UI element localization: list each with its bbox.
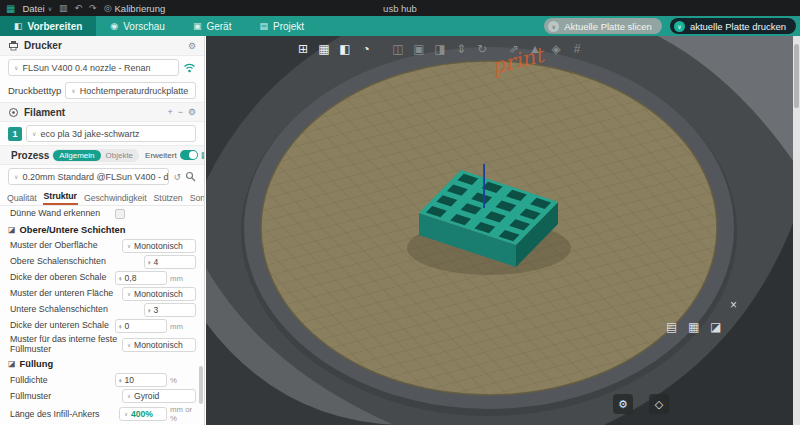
object-list-icon[interactable]: ▤ — [666, 320, 677, 334]
infill-density-input[interactable]: ▴▾ 10 — [115, 373, 167, 387]
chevron-down-icon: ∨ — [127, 342, 131, 348]
internal-solid-infill-pattern-select[interactable]: ∨ Monotonisch — [122, 338, 196, 352]
setting-row: Fülldichte ▴▾ 10 % — [0, 372, 204, 388]
filament-slot-badge[interactable]: 1 — [8, 127, 22, 141]
tab-strength[interactable]: Struktur — [43, 189, 78, 205]
bottom-surface-pattern-select[interactable]: ∨ Monotonisch — [122, 287, 196, 301]
top-shell-layers-spinner[interactable]: ▴▾ 4 — [144, 255, 196, 269]
filament-section-title: Filament — [24, 107, 65, 118]
plate-actions-cluster: × ▤ ▦ ◪ — [650, 294, 760, 354]
view-grid-icon[interactable]: ▦ — [201, 150, 205, 160]
support-icon[interactable]: ▲ — [526, 40, 544, 58]
calibration-icon: ◎ — [104, 3, 112, 13]
chevron-down-icon[interactable]: ∨ — [674, 21, 685, 32]
plate-lock-icon[interactable]: ◇ — [649, 394, 669, 414]
split-object-icon[interactable]: ◔ — [357, 40, 375, 58]
undo-icon[interactable]: ↶ — [75, 3, 83, 13]
printer-icon — [8, 40, 19, 51]
file-menu[interactable]: Datei ∨ — [22, 3, 52, 14]
sidebar-scrollbar[interactable] — [199, 366, 203, 404]
viewport-scrollbar[interactable] — [793, 36, 800, 425]
wifi-icon[interactable] — [183, 62, 196, 73]
section-top-bottom-shells: ◪ Obere/Untere Schichten — [0, 221, 204, 238]
add-filament-icon[interactable]: + — [167, 107, 172, 117]
infill-anchor-length-select[interactable]: ∨ 400% — [119, 407, 167, 421]
redo-icon[interactable]: ↷ — [89, 3, 97, 13]
layers-icon[interactable]: ▣ — [410, 40, 428, 58]
advanced-toggle[interactable] — [180, 150, 198, 160]
setting-row: Muster für das interne feste Füllmuster … — [0, 334, 204, 355]
app-logo-icon[interactable]: ▦ — [6, 3, 15, 14]
remove-filament-icon[interactable]: − — [178, 107, 183, 117]
settings-sidebar: Drucker ⚙ ∨ FLSun V400 0.4 nozzle - Rena… — [0, 36, 205, 425]
chevron-down-icon: ∨ — [14, 173, 18, 180]
chevron-down-icon: ∨ — [48, 5, 52, 12]
chevron-down-icon[interactable]: ∨ — [548, 21, 559, 32]
scale-icon[interactable]: ⇗ — [505, 40, 523, 58]
bottom-shell-layers-spinner[interactable]: ▴▾ 3 — [144, 303, 196, 317]
tab-others[interactable]: Sonstiges — [189, 191, 205, 205]
auto-orient-icon[interactable]: ◧ — [336, 40, 354, 58]
calibration-label: Kalibrierung — [115, 3, 166, 14]
spinner-arrows-icon[interactable]: ▴▾ — [148, 308, 151, 313]
printer-settings-gear-icon[interactable]: ⚙ — [188, 41, 196, 51]
segment-global[interactable]: Allgemein — [53, 150, 100, 161]
save-icon[interactable]: ▥ — [59, 3, 68, 13]
tab-support[interactable]: Stützen — [153, 191, 184, 205]
tab-quality[interactable]: Qualität — [6, 191, 38, 205]
slice-plate-button[interactable]: ∨ Aktuelle Platte slicen — [544, 18, 662, 34]
process-preset-select[interactable]: ∨ 0.20mm Standard @FLSun V400 - domi — [8, 168, 169, 185]
printer-section-title: Drucker — [24, 40, 62, 51]
plates-icon[interactable]: ▦ — [688, 320, 699, 334]
scrollbar-thumb[interactable] — [794, 44, 799, 108]
spinner-arrows-icon[interactable]: ▴▾ — [148, 260, 151, 265]
tab-speed[interactable]: Geschwindigkeit — [83, 191, 148, 205]
clone-icon[interactable]: ◫ — [389, 40, 407, 58]
chevron-down-icon: ∨ — [32, 130, 36, 137]
application-window: ▦ Datei ∨ ▥ ↶ ↷ ◎ Kalibrierung usb hub ◧… — [0, 0, 800, 425]
chevron-down-icon: ∨ — [127, 243, 131, 249]
unit-label: mm or % — [170, 405, 196, 423]
infill-pattern-select[interactable]: ∨ Gyroid — [122, 389, 196, 403]
tab-prepare[interactable]: ◧ Vorbereiten — [0, 16, 96, 36]
measure-icon[interactable]: # — [568, 40, 586, 58]
filament-settings-gear-icon[interactable]: ⚙ — [188, 107, 196, 117]
top-surface-pattern-select[interactable]: ∨ Monotonisch — [122, 239, 196, 253]
search-icon[interactable] — [185, 171, 196, 182]
fill-icon[interactable]: ◨ — [431, 40, 449, 58]
image-icon[interactable]: ◪ — [710, 320, 721, 334]
add-plate-icon[interactable]: ⊞ — [294, 40, 312, 58]
top-shell-thickness-input[interactable]: ▴▾ 0,8 — [115, 271, 167, 285]
reset-preset-icon[interactable]: ↺ — [173, 172, 181, 182]
arrange-icon[interactable]: ▦ — [315, 40, 333, 58]
seam-icon[interactable]: ◈ — [547, 40, 565, 58]
rotate-icon[interactable]: ↻ — [473, 40, 491, 58]
tab-project[interactable]: ▤ Projekt — [245, 16, 318, 36]
detect-thin-wall-checkbox[interactable] — [115, 209, 125, 219]
plate-settings-icon[interactable]: ⚙ — [613, 394, 633, 414]
chevron-down-icon: ∨ — [71, 87, 75, 94]
spinner-arrows-icon[interactable]: ▴▾ — [119, 276, 122, 281]
setting-row: Dünne Wand erkennen — [0, 206, 204, 221]
move-icon[interactable]: ⇕ — [452, 40, 470, 58]
tab-device[interactable]: ▣ Gerät — [179, 16, 246, 36]
spinner-arrows-icon[interactable]: ▴▾ — [119, 324, 122, 329]
filament-preset-select[interactable]: ∨ eco pla 3d jake-schwartz — [26, 125, 196, 142]
bed-type-select[interactable]: ∨ Hochtemperaturdruckplatte — [65, 82, 196, 99]
process-preset-row: ∨ 0.20mm Standard @FLSun V400 - domi ↺ — [0, 165, 204, 188]
viewport-3d[interactable]: print — [206, 36, 800, 425]
unit-label: mm — [170, 274, 196, 283]
close-icon[interactable]: × — [730, 298, 737, 312]
chevron-down-icon: ∨ — [14, 64, 18, 71]
scene-canvas[interactable]: print — [206, 36, 800, 425]
printer-preset-select[interactable]: ∨ FLSun V400 0.4 nozzle - Renan — [8, 59, 179, 76]
spinner-arrows-icon[interactable]: ▴▾ — [119, 378, 122, 383]
filament-row: 1 ∨ eco pla 3d jake-schwartz — [0, 122, 204, 145]
segment-objects[interactable]: Objekte — [101, 150, 139, 161]
tab-preview[interactable]: ◉ Vorschau — [96, 16, 179, 36]
bottom-shell-thickness-input[interactable]: ▴▾ 0 — [115, 319, 167, 333]
advanced-label: Erweitert — [145, 151, 177, 160]
printer-section-header: Drucker ⚙ — [0, 36, 204, 56]
print-plate-button[interactable]: ∨ aktuelle Platte drucken — [670, 18, 796, 34]
calibration-menu[interactable]: ◎ Kalibrierung — [104, 3, 166, 14]
